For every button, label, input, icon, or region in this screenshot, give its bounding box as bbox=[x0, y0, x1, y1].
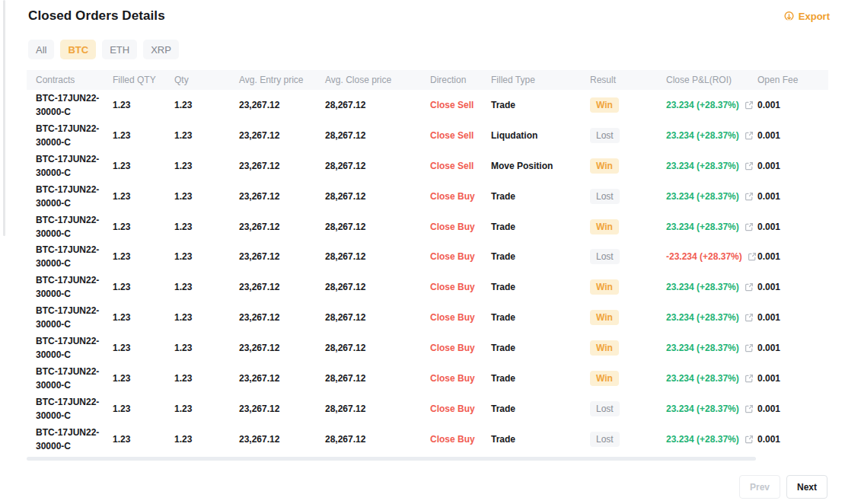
cell-filled-qty: 1.23 bbox=[113, 130, 174, 141]
cell-qty: 1.23 bbox=[174, 100, 239, 110]
column-header-result: Result bbox=[590, 75, 666, 85]
external-link-icon[interactable] bbox=[745, 100, 754, 110]
cell-avg-close-price: 28,267.12 bbox=[325, 251, 430, 262]
cell-qty: 1.23 bbox=[174, 161, 239, 171]
cell-avg-close-price: 28,267.12 bbox=[325, 130, 430, 141]
tab-eth[interactable]: ETH bbox=[102, 40, 137, 59]
cell-open-fee: 0.001 bbox=[757, 191, 828, 202]
cell-close-pnl: 23.234 (+28.37%) bbox=[666, 312, 757, 323]
tab-btc[interactable]: BTC bbox=[60, 40, 96, 59]
external-link-icon[interactable] bbox=[745, 404, 754, 413]
pnl-value: 23.234 (+28.37%) bbox=[666, 130, 739, 141]
external-link-icon[interactable] bbox=[745, 343, 754, 352]
pnl-value: 23.234 (+28.37%) bbox=[666, 191, 739, 202]
cell-avg-entry-price: 23,267.12 bbox=[239, 434, 325, 445]
cell-qty: 1.23 bbox=[174, 343, 239, 353]
cell-avg-close-price: 28,267.12 bbox=[325, 161, 430, 171]
pnl-value: -23.234 (+28.37%) bbox=[666, 251, 742, 262]
cell-filled-qty: 1.23 bbox=[113, 282, 174, 292]
table-row: BTC-17JUN22-30000-C 1.23 1.23 23,267.12 … bbox=[27, 241, 828, 272]
result-badge: Lost bbox=[590, 432, 620, 447]
external-link-icon[interactable] bbox=[745, 131, 754, 140]
cell-filled-type: Trade bbox=[491, 343, 590, 353]
external-link-icon[interactable] bbox=[745, 192, 754, 201]
pnl-value: 23.234 (+28.37%) bbox=[666, 100, 739, 110]
cell-avg-entry-price: 23,267.12 bbox=[239, 282, 325, 292]
cell-open-fee: 0.001 bbox=[757, 373, 828, 384]
tab-xrp[interactable]: XRP bbox=[143, 40, 179, 59]
cell-contract: BTC-17JUN22-30000-C bbox=[27, 334, 106, 362]
cell-direction: Close Sell bbox=[430, 130, 491, 141]
cell-contract: BTC-17JUN22-30000-C bbox=[27, 122, 106, 149]
cell-result: Win bbox=[590, 97, 666, 113]
export-button[interactable]: Export bbox=[783, 11, 830, 22]
cell-direction: Close Buy bbox=[430, 251, 491, 262]
cell-qty: 1.23 bbox=[174, 282, 239, 292]
cell-result: Lost bbox=[590, 189, 666, 204]
cell-avg-entry-price: 23,267.12 bbox=[239, 130, 325, 141]
cell-avg-close-price: 28,267.12 bbox=[325, 100, 430, 110]
external-link-icon[interactable] bbox=[745, 161, 754, 171]
cell-contract: BTC-17JUN22-30000-C bbox=[27, 152, 106, 180]
cell-avg-entry-price: 23,267.12 bbox=[239, 100, 325, 110]
cell-result: Win bbox=[590, 279, 666, 295]
result-badge: Win bbox=[590, 340, 619, 356]
cell-qty: 1.23 bbox=[174, 130, 239, 141]
result-badge: Lost bbox=[590, 128, 620, 143]
cell-close-pnl: 23.234 (+28.37%) bbox=[666, 343, 757, 353]
cell-contract: BTC-17JUN22-30000-C bbox=[27, 304, 106, 331]
tab-all-label: All bbox=[36, 44, 46, 56]
cell-close-pnl: -23.234 (+28.37%) bbox=[666, 251, 757, 262]
pnl-value: 23.234 (+28.37%) bbox=[666, 343, 739, 353]
cell-result: Win bbox=[590, 310, 666, 325]
tab-xrp-label: XRP bbox=[151, 44, 171, 56]
result-badge: Lost bbox=[590, 401, 620, 416]
external-link-icon[interactable] bbox=[745, 222, 754, 231]
cell-contract: BTC-17JUN22-30000-C bbox=[27, 91, 106, 119]
result-badge: Lost bbox=[590, 249, 620, 264]
external-link-icon[interactable] bbox=[745, 435, 754, 444]
cell-result: Lost bbox=[590, 128, 666, 143]
next-button[interactable]: Next bbox=[786, 475, 827, 499]
cell-avg-entry-price: 23,267.12 bbox=[239, 222, 325, 232]
closed-orders-table: Contracts Filled QTY Qty Avg. Entry pric… bbox=[27, 70, 828, 455]
cell-avg-close-price: 28,267.12 bbox=[325, 373, 430, 384]
external-link-icon[interactable] bbox=[745, 313, 754, 322]
tab-eth-label: ETH bbox=[110, 44, 129, 56]
result-badge: Lost bbox=[590, 189, 620, 204]
cell-open-fee: 0.001 bbox=[757, 312, 828, 323]
horizontal-scrollbar[interactable] bbox=[27, 457, 756, 461]
cell-contract: BTC-17JUN22-30000-C bbox=[27, 365, 106, 392]
tab-all[interactable]: All bbox=[28, 40, 54, 59]
table-row: BTC-17JUN22-30000-C 1.23 1.23 23,267.12 … bbox=[27, 363, 828, 394]
external-link-icon[interactable] bbox=[745, 374, 754, 383]
cell-open-fee: 0.001 bbox=[757, 251, 828, 262]
cell-direction: Close Buy bbox=[430, 434, 491, 445]
cell-close-pnl: 23.234 (+28.37%) bbox=[666, 282, 757, 292]
cell-close-pnl: 23.234 (+28.37%) bbox=[666, 161, 757, 171]
column-header-avg-entry: Avg. Entry price bbox=[239, 75, 325, 85]
page-scrollbar[interactable] bbox=[3, 0, 5, 236]
cell-contract: BTC-17JUN22-30000-C bbox=[27, 213, 106, 241]
cell-close-pnl: 23.234 (+28.37%) bbox=[666, 373, 757, 384]
cell-filled-qty: 1.23 bbox=[113, 343, 174, 353]
external-link-icon[interactable] bbox=[745, 282, 754, 292]
cell-close-pnl: 23.234 (+28.37%) bbox=[666, 191, 757, 202]
column-header-avg-close: Avg. Close price bbox=[325, 75, 430, 85]
cell-contract: BTC-17JUN22-30000-C bbox=[27, 183, 106, 210]
cell-result: Lost bbox=[590, 432, 666, 447]
table-body: BTC-17JUN22-30000-C 1.23 1.23 23,267.12 … bbox=[27, 90, 828, 455]
result-badge: Win bbox=[590, 279, 619, 295]
cell-direction: Close Buy bbox=[430, 373, 491, 384]
prev-button[interactable]: Prev bbox=[739, 475, 780, 499]
pnl-value: 23.234 (+28.37%) bbox=[666, 222, 739, 232]
table-row: BTC-17JUN22-30000-C 1.23 1.23 23,267.12 … bbox=[27, 90, 828, 120]
cell-open-fee: 0.001 bbox=[757, 343, 828, 353]
cell-qty: 1.23 bbox=[174, 222, 239, 232]
cell-filled-type: Trade bbox=[491, 282, 590, 292]
cell-qty: 1.23 bbox=[174, 434, 239, 445]
cell-qty: 1.23 bbox=[174, 251, 239, 262]
external-link-icon[interactable] bbox=[748, 252, 757, 261]
cell-result: Win bbox=[590, 219, 666, 234]
cell-filled-type: Trade bbox=[491, 434, 590, 445]
